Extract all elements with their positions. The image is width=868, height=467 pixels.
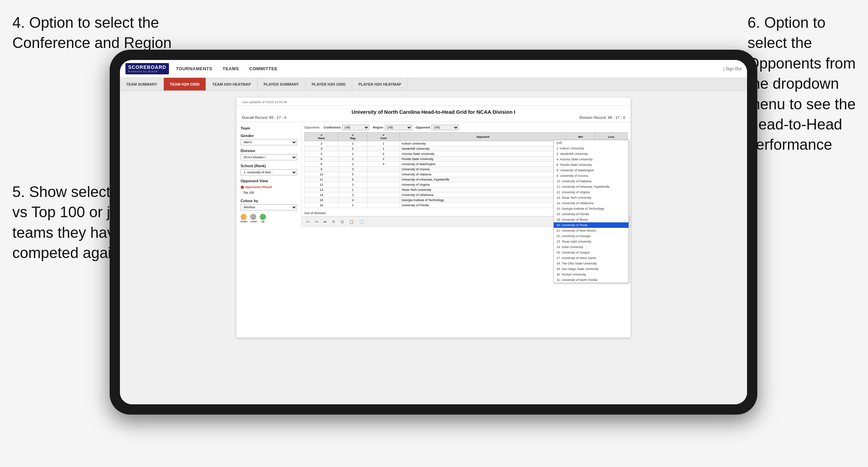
toolbar-refresh[interactable]: ⟳ — [331, 219, 337, 225]
toolbar-back[interactable]: ⬅ — [322, 219, 328, 225]
dropdown-item[interactable]: 13. Texas Tech University — [554, 195, 628, 200]
cell-conf: 3 — [367, 162, 400, 167]
col-rag: #Rag — [338, 133, 367, 141]
cell-rank: 12 — [305, 182, 339, 187]
dropdown-item[interactable]: 4. Arizona State University — [554, 157, 628, 162]
toolbar-clock[interactable]: 🕐 — [358, 219, 366, 225]
radio-top100[interactable]: ○ Top 100 — [241, 190, 297, 195]
col-opponent: Opponent — [400, 133, 566, 141]
dropdown-item[interactable]: 14. University of Oklahoma — [554, 200, 628, 206]
cell-rank: 14 — [305, 193, 339, 198]
cell-rag: 2 — [338, 203, 367, 208]
cell-rag: 2 — [338, 193, 367, 198]
cell-rank: 16 — [305, 203, 339, 208]
cell-conf: 1 — [367, 146, 400, 151]
tab-team-summary[interactable]: TEAM SUMMARY — [120, 78, 164, 90]
dropdown-item[interactable]: 22. University of Georgia — [554, 233, 628, 239]
gender-select[interactable]: Men's — [241, 139, 297, 145]
cell-rank: 3 — [305, 146, 339, 151]
cell-opponent: University of Washington — [400, 162, 566, 167]
dropdown-item[interactable]: 25. University of Oregon — [554, 250, 628, 255]
dropdown-item[interactable]: 11. University of Arkansas, Fayetteville — [554, 184, 628, 189]
cell-conf: 2 — [367, 151, 400, 157]
report-records: Overall Record: 89 - 17 - 0 Division Rec… — [242, 115, 625, 120]
conference-select[interactable]: (All) — [342, 125, 369, 130]
opponent-filter: Opponent (All) — [416, 125, 459, 130]
toolbar-paste[interactable]: 📋 — [348, 219, 355, 225]
dropdown-item[interactable]: 31. University of North Florida — [554, 277, 628, 283]
tablet-frame: SCOREBOARD Powered by Brand TOURNAMENTS … — [110, 50, 757, 415]
cell-rank: 13 — [305, 187, 339, 193]
dropdown-item[interactable]: 3. Vanderbilt University — [554, 151, 628, 157]
cell-conf: 1 — [367, 141, 400, 146]
cell-rag: 6 — [338, 177, 367, 182]
gender-field: Gender Men's — [241, 134, 297, 145]
dropdown-item[interactable]: 27. University of Notre Dame — [554, 255, 628, 261]
dropdown-item[interactable]: 24. Duke University — [554, 244, 628, 250]
tab-player-h2h-grid[interactable]: PLAYER H2H GRID — [305, 78, 352, 90]
toolbar-undo[interactable]: ↩ — [305, 219, 311, 225]
nav-signout[interactable]: | Sign Out — [723, 66, 742, 71]
dropdown-item[interactable]: (All) — [554, 140, 628, 146]
dropdown-item[interactable]: 9. University of Arizona — [554, 173, 628, 179]
division-select[interactable]: NCAA Division I — [241, 154, 297, 160]
cell-opponent: University of Alabama — [400, 172, 566, 177]
dropdown-item[interactable]: 28. The Ohio State University — [554, 261, 628, 266]
school-select[interactable]: 1. University of Nort... — [241, 169, 297, 175]
cell-rank: 4 — [305, 151, 339, 157]
cell-opponent: Florida State University — [400, 157, 566, 162]
dropdown-item[interactable]: 15. Georgia Institute of Technology — [554, 206, 628, 211]
main-content: Last Updated: 4/7/2024 16:55:38 Universi… — [120, 91, 747, 404]
cell-opponent: University of Virginia — [400, 182, 566, 187]
cell-opponent: Arizona State University — [400, 151, 566, 157]
dropdown-item[interactable]: 6. Florida State University — [554, 162, 628, 168]
cell-opponent: University of Oklahoma — [400, 193, 566, 198]
opponent-dropdown[interactable]: (All)2. Auburn University3. Vanderbilt U… — [553, 140, 629, 283]
dropdown-item[interactable]: 2. Auburn University — [554, 146, 628, 151]
cell-conf — [367, 167, 400, 172]
cell-rag: 3 — [338, 167, 367, 172]
tab-team-h2h-heatmap[interactable]: TEAM H2H HEATMAP — [206, 78, 257, 90]
cell-rag: 2 — [338, 157, 367, 162]
radio-opponents-played[interactable]: ⬤ Opponents Played — [241, 184, 297, 190]
cell-rank: 9 — [305, 167, 339, 172]
dropdown-item[interactable]: 18. University of Illinois — [554, 217, 628, 222]
cell-conf — [367, 187, 400, 193]
cell-conf — [367, 203, 400, 208]
region-select[interactable]: (All) — [385, 125, 412, 130]
dropdown-item[interactable]: 12. University of Virginia — [554, 189, 628, 195]
dropdown-item[interactable]: 29. San Diego State University — [554, 266, 628, 272]
dropdown-item[interactable]: 21. University of New Mexico — [554, 228, 628, 233]
cell-conf — [367, 172, 400, 177]
cell-rank: 6 — [305, 157, 339, 162]
toolbar-redo[interactable]: ↪ — [314, 219, 319, 225]
toolbar-copy[interactable]: ⊡ — [339, 219, 345, 225]
cell-rag: 2 — [338, 162, 367, 167]
region-filter: Region (All) — [373, 125, 412, 130]
dropdown-item[interactable]: 20. University of Texas — [554, 222, 628, 228]
dropdown-item[interactable]: 10. University of Alabama — [554, 179, 628, 184]
report-header: Last Updated: 4/7/2024 16:55:38 — [236, 98, 631, 106]
colour-select[interactable]: Win/loss — [241, 204, 297, 210]
sub-nav: TEAM SUMMARY TEAM H2H GRID TEAM H2H HEAT… — [120, 78, 747, 91]
cell-conf — [367, 177, 400, 182]
report-container: Last Updated: 4/7/2024 16:55:38 Universi… — [236, 98, 631, 337]
table-section: Opponents: Conference (All) Region ( — [302, 122, 631, 227]
dropdown-item[interactable]: 16. University of Florida — [554, 211, 628, 217]
app-nav: SCOREBOARD Powered by Brand TOURNAMENTS … — [120, 60, 747, 78]
dropdown-item[interactable]: 8. University of Washington — [554, 168, 628, 173]
sidebar: Team Gender Men's Division NCAA Division… — [236, 122, 302, 227]
overall-record: Overall Record: 89 - 17 - 0 — [242, 115, 286, 120]
cell-rag: 1 — [338, 187, 367, 193]
dropdown-item[interactable]: 30. Purdue University — [554, 272, 628, 277]
tab-player-summary[interactable]: PLAYER SUMMARY — [257, 78, 305, 90]
dropdown-item[interactable]: 23. Texas A&M University — [554, 239, 628, 244]
nav-committee[interactable]: COMMITTEE — [249, 66, 278, 71]
cell-rag: 4 — [338, 198, 367, 203]
tab-team-h2h-grid[interactable]: TEAM H2H GRID — [164, 78, 206, 90]
nav-tournaments[interactable]: TOURNAMENTS — [176, 66, 212, 71]
cell-rag: 5 — [338, 172, 367, 177]
opponent-select[interactable]: (All) — [431, 125, 459, 130]
tab-player-h2h-heatmap[interactable]: PLAYER H2H HEATMAP — [352, 78, 408, 90]
nav-teams[interactable]: TEAMS — [223, 66, 239, 71]
